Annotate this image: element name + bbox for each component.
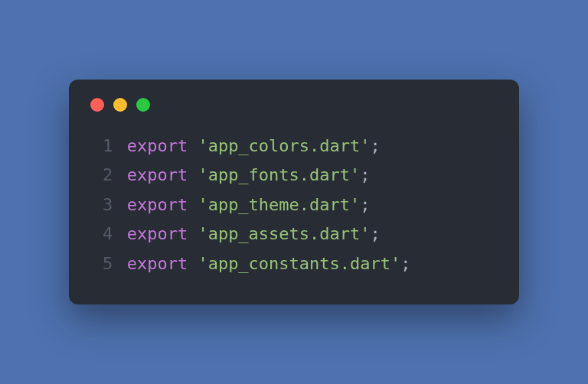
traffic-lights [90,98,498,112]
line-number: 5 [90,249,113,279]
keyword: export [127,132,188,161]
code-line: 1 export 'app_colors.dart'; [90,132,498,161]
code-block: 1 export 'app_colors.dart'; 2 export 'ap… [90,132,498,279]
line-number: 3 [90,190,113,220]
terminator: ; [360,161,370,190]
string-literal: 'app_assets.dart' [198,220,370,249]
keyword: export [127,190,188,220]
terminator: ; [371,132,381,161]
code-line: 2 export 'app_fonts.dart'; [90,161,498,190]
close-icon[interactable] [90,98,104,112]
code-line: 3 export 'app_theme.dart'; [90,190,498,220]
terminator: ; [400,249,410,279]
string-literal: 'app_constants.dart' [198,249,400,279]
string-literal: 'app_theme.dart' [198,190,360,220]
line-number: 2 [90,161,113,190]
terminator: ; [360,190,370,220]
keyword: export [127,161,188,190]
keyword: export [127,249,188,279]
code-window: 1 export 'app_colors.dart'; 2 export 'ap… [69,80,519,305]
maximize-icon[interactable] [136,98,150,112]
code-line: 4 export 'app_assets.dart'; [90,220,498,249]
code-line: 5 export 'app_constants.dart'; [90,249,498,279]
terminator: ; [371,220,381,249]
minimize-icon[interactable] [113,98,127,112]
line-number: 4 [90,220,113,249]
keyword: export [127,220,188,249]
string-literal: 'app_fonts.dart' [198,161,360,190]
line-number: 1 [90,132,113,161]
string-literal: 'app_colors.dart' [198,132,370,161]
